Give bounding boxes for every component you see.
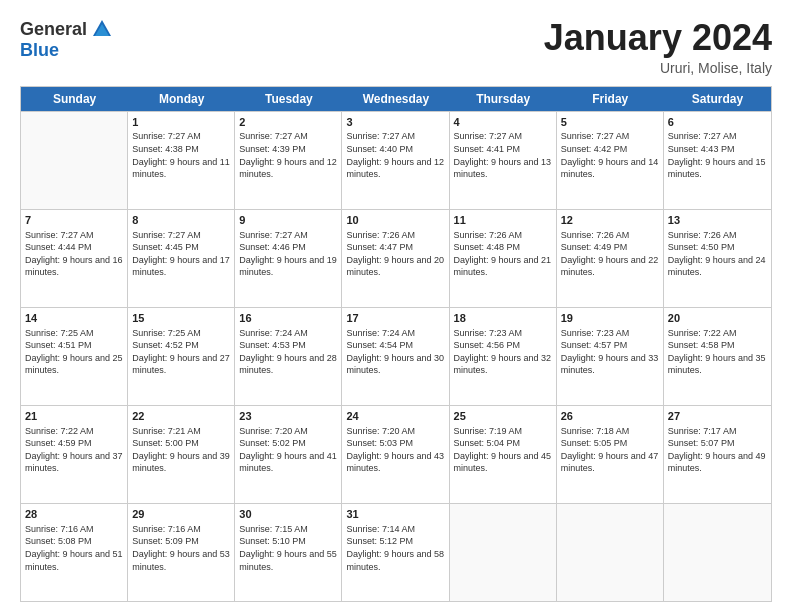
- calendar-cell: 15Sunrise: 7:25 AM Sunset: 4:52 PM Dayli…: [128, 308, 235, 405]
- day-number: 10: [346, 213, 444, 228]
- calendar-header-saturday: Saturday: [664, 87, 771, 111]
- day-number: 22: [132, 409, 230, 424]
- calendar-header-thursday: Thursday: [450, 87, 557, 111]
- day-info: Sunrise: 7:26 AM Sunset: 4:49 PM Dayligh…: [561, 229, 659, 279]
- calendar-cell: 10Sunrise: 7:26 AM Sunset: 4:47 PM Dayli…: [342, 210, 449, 307]
- calendar-cell: 25Sunrise: 7:19 AM Sunset: 5:04 PM Dayli…: [450, 406, 557, 503]
- day-info: Sunrise: 7:27 AM Sunset: 4:45 PM Dayligh…: [132, 229, 230, 279]
- day-number: 14: [25, 311, 123, 326]
- day-info: Sunrise: 7:17 AM Sunset: 5:07 PM Dayligh…: [668, 425, 767, 475]
- day-info: Sunrise: 7:27 AM Sunset: 4:40 PM Dayligh…: [346, 130, 444, 180]
- location: Ururi, Molise, Italy: [544, 60, 772, 76]
- calendar-cell: 20Sunrise: 7:22 AM Sunset: 4:58 PM Dayli…: [664, 308, 771, 405]
- day-info: Sunrise: 7:16 AM Sunset: 5:08 PM Dayligh…: [25, 523, 123, 573]
- day-number: 18: [454, 311, 552, 326]
- calendar-cell: 13Sunrise: 7:26 AM Sunset: 4:50 PM Dayli…: [664, 210, 771, 307]
- day-number: 15: [132, 311, 230, 326]
- day-number: 20: [668, 311, 767, 326]
- calendar-header-wednesday: Wednesday: [342, 87, 449, 111]
- day-info: Sunrise: 7:15 AM Sunset: 5:10 PM Dayligh…: [239, 523, 337, 573]
- month-title: January 2024: [544, 18, 772, 58]
- calendar-week-3: 14Sunrise: 7:25 AM Sunset: 4:51 PM Dayli…: [21, 307, 771, 405]
- calendar-cell: [557, 504, 664, 601]
- calendar-cell: [664, 504, 771, 601]
- day-number: 17: [346, 311, 444, 326]
- page: General Blue January 2024 Ururi, Molise,…: [0, 0, 792, 612]
- calendar-cell: 11Sunrise: 7:26 AM Sunset: 4:48 PM Dayli…: [450, 210, 557, 307]
- calendar-cell: [21, 112, 128, 209]
- calendar-cell: 31Sunrise: 7:14 AM Sunset: 5:12 PM Dayli…: [342, 504, 449, 601]
- day-info: Sunrise: 7:14 AM Sunset: 5:12 PM Dayligh…: [346, 523, 444, 573]
- day-number: 29: [132, 507, 230, 522]
- calendar-cell: 16Sunrise: 7:24 AM Sunset: 4:53 PM Dayli…: [235, 308, 342, 405]
- title-section: January 2024 Ururi, Molise, Italy: [544, 18, 772, 76]
- day-number: 16: [239, 311, 337, 326]
- calendar-cell: 12Sunrise: 7:26 AM Sunset: 4:49 PM Dayli…: [557, 210, 664, 307]
- logo-general: General: [20, 19, 87, 40]
- calendar-cell: 21Sunrise: 7:22 AM Sunset: 4:59 PM Dayli…: [21, 406, 128, 503]
- day-number: 21: [25, 409, 123, 424]
- day-number: 25: [454, 409, 552, 424]
- calendar-cell: 2Sunrise: 7:27 AM Sunset: 4:39 PM Daylig…: [235, 112, 342, 209]
- day-number: 5: [561, 115, 659, 130]
- calendar-header-tuesday: Tuesday: [235, 87, 342, 111]
- calendar-cell: 4Sunrise: 7:27 AM Sunset: 4:41 PM Daylig…: [450, 112, 557, 209]
- day-number: 2: [239, 115, 337, 130]
- calendar-week-2: 7Sunrise: 7:27 AM Sunset: 4:44 PM Daylig…: [21, 209, 771, 307]
- day-info: Sunrise: 7:23 AM Sunset: 4:57 PM Dayligh…: [561, 327, 659, 377]
- day-info: Sunrise: 7:27 AM Sunset: 4:41 PM Dayligh…: [454, 130, 552, 180]
- calendar-week-5: 28Sunrise: 7:16 AM Sunset: 5:08 PM Dayli…: [21, 503, 771, 601]
- day-number: 30: [239, 507, 337, 522]
- day-info: Sunrise: 7:26 AM Sunset: 4:47 PM Dayligh…: [346, 229, 444, 279]
- calendar-header: SundayMondayTuesdayWednesdayThursdayFrid…: [21, 87, 771, 111]
- day-info: Sunrise: 7:21 AM Sunset: 5:00 PM Dayligh…: [132, 425, 230, 475]
- header: General Blue January 2024 Ururi, Molise,…: [20, 18, 772, 76]
- calendar-cell: 30Sunrise: 7:15 AM Sunset: 5:10 PM Dayli…: [235, 504, 342, 601]
- day-info: Sunrise: 7:25 AM Sunset: 4:52 PM Dayligh…: [132, 327, 230, 377]
- calendar-cell: 26Sunrise: 7:18 AM Sunset: 5:05 PM Dayli…: [557, 406, 664, 503]
- logo-icon: [91, 18, 113, 40]
- calendar-cell: 9Sunrise: 7:27 AM Sunset: 4:46 PM Daylig…: [235, 210, 342, 307]
- day-number: 4: [454, 115, 552, 130]
- day-number: 8: [132, 213, 230, 228]
- day-info: Sunrise: 7:27 AM Sunset: 4:39 PM Dayligh…: [239, 130, 337, 180]
- day-info: Sunrise: 7:25 AM Sunset: 4:51 PM Dayligh…: [25, 327, 123, 377]
- day-number: 24: [346, 409, 444, 424]
- calendar-cell: 28Sunrise: 7:16 AM Sunset: 5:08 PM Dayli…: [21, 504, 128, 601]
- calendar-header-sunday: Sunday: [21, 87, 128, 111]
- day-number: 3: [346, 115, 444, 130]
- calendar-cell: 19Sunrise: 7:23 AM Sunset: 4:57 PM Dayli…: [557, 308, 664, 405]
- calendar-cell: 24Sunrise: 7:20 AM Sunset: 5:03 PM Dayli…: [342, 406, 449, 503]
- calendar-cell: 27Sunrise: 7:17 AM Sunset: 5:07 PM Dayli…: [664, 406, 771, 503]
- day-info: Sunrise: 7:27 AM Sunset: 4:42 PM Dayligh…: [561, 130, 659, 180]
- day-info: Sunrise: 7:20 AM Sunset: 5:02 PM Dayligh…: [239, 425, 337, 475]
- logo-blue: Blue: [20, 40, 59, 60]
- calendar-cell: [450, 504, 557, 601]
- calendar-body: 1Sunrise: 7:27 AM Sunset: 4:38 PM Daylig…: [21, 111, 771, 601]
- day-info: Sunrise: 7:27 AM Sunset: 4:38 PM Dayligh…: [132, 130, 230, 180]
- calendar-cell: 8Sunrise: 7:27 AM Sunset: 4:45 PM Daylig…: [128, 210, 235, 307]
- day-number: 13: [668, 213, 767, 228]
- calendar-cell: 5Sunrise: 7:27 AM Sunset: 4:42 PM Daylig…: [557, 112, 664, 209]
- day-number: 26: [561, 409, 659, 424]
- calendar-cell: 1Sunrise: 7:27 AM Sunset: 4:38 PM Daylig…: [128, 112, 235, 209]
- calendar-header-monday: Monday: [128, 87, 235, 111]
- day-number: 7: [25, 213, 123, 228]
- day-info: Sunrise: 7:26 AM Sunset: 4:50 PM Dayligh…: [668, 229, 767, 279]
- calendar: SundayMondayTuesdayWednesdayThursdayFrid…: [20, 86, 772, 602]
- day-number: 31: [346, 507, 444, 522]
- calendar-cell: 14Sunrise: 7:25 AM Sunset: 4:51 PM Dayli…: [21, 308, 128, 405]
- day-info: Sunrise: 7:27 AM Sunset: 4:43 PM Dayligh…: [668, 130, 767, 180]
- day-info: Sunrise: 7:18 AM Sunset: 5:05 PM Dayligh…: [561, 425, 659, 475]
- day-info: Sunrise: 7:22 AM Sunset: 4:59 PM Dayligh…: [25, 425, 123, 475]
- calendar-cell: 3Sunrise: 7:27 AM Sunset: 4:40 PM Daylig…: [342, 112, 449, 209]
- calendar-cell: 18Sunrise: 7:23 AM Sunset: 4:56 PM Dayli…: [450, 308, 557, 405]
- day-info: Sunrise: 7:24 AM Sunset: 4:53 PM Dayligh…: [239, 327, 337, 377]
- day-info: Sunrise: 7:26 AM Sunset: 4:48 PM Dayligh…: [454, 229, 552, 279]
- calendar-cell: 29Sunrise: 7:16 AM Sunset: 5:09 PM Dayli…: [128, 504, 235, 601]
- calendar-cell: 7Sunrise: 7:27 AM Sunset: 4:44 PM Daylig…: [21, 210, 128, 307]
- day-info: Sunrise: 7:20 AM Sunset: 5:03 PM Dayligh…: [346, 425, 444, 475]
- day-number: 11: [454, 213, 552, 228]
- calendar-cell: 6Sunrise: 7:27 AM Sunset: 4:43 PM Daylig…: [664, 112, 771, 209]
- calendar-cell: 23Sunrise: 7:20 AM Sunset: 5:02 PM Dayli…: [235, 406, 342, 503]
